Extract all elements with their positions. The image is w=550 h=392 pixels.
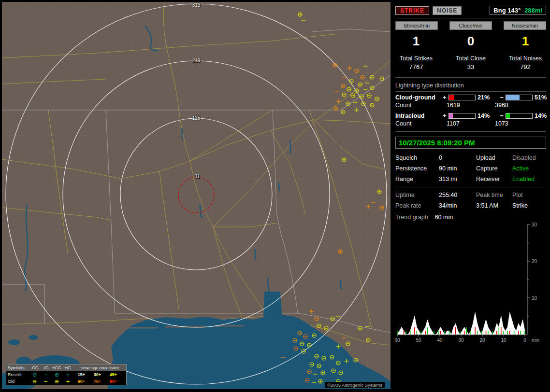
ic-minus-bar xyxy=(506,113,533,119)
range-value: 313 mi xyxy=(439,176,476,182)
svg-text:40: 40 xyxy=(437,337,443,343)
range-label-31: 31 xyxy=(191,174,203,179)
strikes-per-min-button[interactable]: Strikes/min xyxy=(395,21,438,30)
uptime-value: 255:40 xyxy=(439,192,476,198)
legend-recent-label: Recent xyxy=(6,372,29,377)
minus-sign: − xyxy=(499,94,505,101)
lightning-map[interactable]: 313 219 125 31 Symbols -CG -IC +CG +IC S… xyxy=(2,2,391,389)
total-close-label: Total Close xyxy=(450,55,492,62)
totals-labels-row: Total Strikes Total Close Total Noises xyxy=(395,55,546,62)
peak-time-label: Peak time xyxy=(476,192,512,198)
persistence-value: 90 min xyxy=(439,165,476,172)
trend-header: Trend graph 60 min xyxy=(395,214,546,221)
intracloud-row: Intracloud + 14% − 14% xyxy=(395,112,546,119)
bearing-distance: 288mi xyxy=(524,7,542,14)
svg-text:0: 0 xyxy=(523,337,526,343)
range-label-219: 219 xyxy=(190,58,203,63)
svg-text:20: 20 xyxy=(479,337,485,343)
plus-icon: + xyxy=(62,379,73,384)
total-noises-value: 792 xyxy=(505,63,546,70)
receiver-status: Enabled xyxy=(512,176,550,182)
receiver-label: Receiver xyxy=(476,176,512,182)
svg-text:min: min xyxy=(532,337,539,343)
svg-text:30: 30 xyxy=(458,337,464,343)
datetime-display: 10/27/2025 8:09:20 PM xyxy=(395,137,546,149)
intracloud-counts: Count 1107 1073 xyxy=(395,120,546,127)
plus-icon: + xyxy=(62,372,73,378)
minus-icon: − xyxy=(40,379,51,384)
cg-plus-pct: 21% xyxy=(478,94,498,101)
squelch-value: 0 xyxy=(439,154,476,161)
cg-minus-bar xyxy=(506,95,533,100)
range-label: Range xyxy=(395,176,439,182)
upload-label: Upload xyxy=(476,154,512,161)
peak-rate-label: Peak rate xyxy=(395,202,439,209)
svg-text:20: 20 xyxy=(532,259,537,264)
ic-minus-count: 1073 xyxy=(495,120,549,127)
status-panel: STRIKE NOISE Bng 143° 288mi Strikes/min … xyxy=(392,0,550,392)
bearing-value: Bng 143° xyxy=(493,7,521,14)
distribution-title: Lightning type distribution xyxy=(395,82,546,89)
legend-col-symbols: Symbols xyxy=(6,365,29,370)
map-legend: Symbols -CG -IC +CG +IC Strike age color… xyxy=(6,364,127,385)
noise-mode-button[interactable]: NOISE xyxy=(433,6,462,15)
ic-plus-pct: 14% xyxy=(478,112,498,119)
age-code: 45+ xyxy=(105,372,121,377)
legend-col-pic: +IC xyxy=(62,365,73,370)
peak-rate-value: 34/min xyxy=(439,202,476,209)
totals-values-row: 7767 33 792 xyxy=(395,62,546,70)
circle-plus-icon: ⊕ xyxy=(51,379,62,384)
squelch-label: Squelch xyxy=(395,154,439,161)
persistence-label: Persistence xyxy=(395,165,439,172)
total-strikes-label: Total Strikes xyxy=(395,55,437,62)
cg-plus-count: 1619 xyxy=(447,102,495,109)
total-noises-label: Total Noises xyxy=(505,55,546,62)
rate-buttons-row: Strikes/min Close/min Noises/min xyxy=(395,21,546,30)
strike-mode-button[interactable]: STRIKE xyxy=(395,6,429,15)
age-code: 60+ xyxy=(73,379,89,384)
count-label: Count xyxy=(395,120,441,127)
close-per-min-button[interactable]: Close/min xyxy=(449,21,492,30)
svg-text:10: 10 xyxy=(532,295,537,301)
legend-old-label: Old xyxy=(6,379,29,384)
legend-row-recent: Recent ⊖ − ⊕ + 15+ 30+ 45+ xyxy=(6,371,126,378)
circle-minus-icon: ⊖ xyxy=(29,379,40,384)
mode-row: STRIKE NOISE Bng 143° 288mi xyxy=(395,6,546,15)
plus-sign: + xyxy=(442,94,448,101)
intracloud-label: Intracloud xyxy=(395,112,441,119)
minus-icon: − xyxy=(40,372,51,378)
close-per-min-value: 0 xyxy=(450,35,492,47)
legend-col-nic: -IC xyxy=(40,365,51,370)
noises-per-min-value: 1 xyxy=(505,35,546,47)
noises-per-min-button[interactable]: Noises/min xyxy=(504,21,546,30)
upload-status: Disabled xyxy=(512,154,550,161)
copyright-text: ©2005 Astrogenic Systems xyxy=(325,382,385,388)
cloud-ground-row: Cloud-ground + 21% − 51% xyxy=(395,94,546,101)
range-label-125: 125 xyxy=(190,115,203,121)
cg-minus-count: 3968 xyxy=(495,102,549,109)
svg-text:50: 50 xyxy=(416,337,421,343)
legend-row-old: Old ⊖ − ⊕ + 60+ 75+ 90+ xyxy=(6,378,126,385)
cloud-ground-label: Cloud-ground xyxy=(395,94,441,101)
uptime-label: Uptime xyxy=(395,192,439,198)
trend-window-value: 60 min xyxy=(435,214,453,221)
legend-col-ncg: -CG xyxy=(29,365,40,370)
circle-plus-icon: ⊕ xyxy=(51,372,62,378)
strikes-per-min-value: 1 xyxy=(395,35,437,47)
peak-time-value: 3:51 AM xyxy=(476,202,512,209)
trend-graph: 1020306050403020100min xyxy=(395,223,546,344)
status-grid: Uptime 255:40 Peak time Plot Peak rate 3… xyxy=(395,192,546,209)
total-close-value: 33 xyxy=(450,63,492,70)
total-strikes-value: 7767 xyxy=(395,63,437,70)
svg-text:30: 30 xyxy=(532,223,537,227)
plus-sign: + xyxy=(442,112,448,119)
cloud-ground-counts: Count 1619 3968 xyxy=(395,102,546,109)
legend-age-title: Strike age color codes xyxy=(73,366,126,370)
age-code: 75+ xyxy=(89,379,105,384)
legend-col-pcg: +CG xyxy=(51,365,62,370)
age-code: 90+ xyxy=(105,379,121,384)
cg-minus-pct: 51% xyxy=(535,94,550,101)
settings-grid: Squelch 0 Upload Disabled Persistence 90… xyxy=(395,154,546,182)
capture-label: Capture xyxy=(476,165,512,172)
trend-graph-label: Trend graph xyxy=(395,214,428,221)
